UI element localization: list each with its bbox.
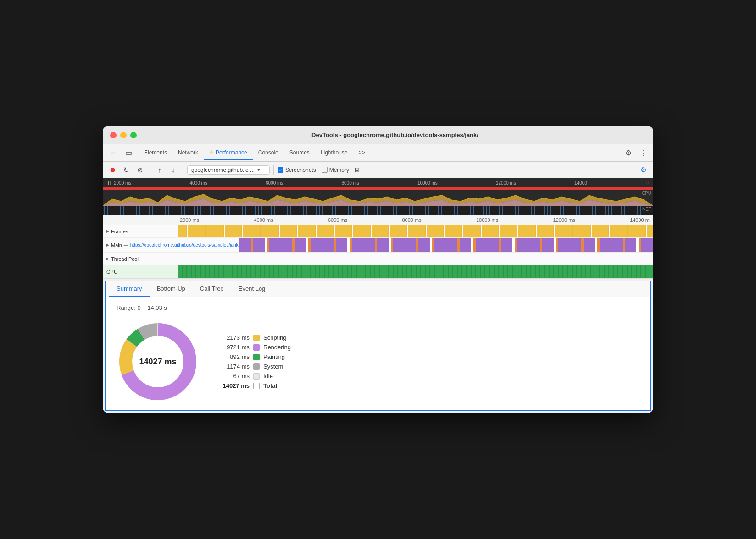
maximize-button[interactable] bbox=[130, 132, 137, 138]
idle-color bbox=[253, 373, 260, 380]
performance-toolbar: ⏺ ↻ ⊘ ↑ ↓ googlechrome.github.io ... ▼ ✓… bbox=[103, 162, 653, 178]
download-button[interactable]: ↓ bbox=[167, 164, 179, 176]
total-color bbox=[253, 383, 260, 389]
separator-2 bbox=[183, 165, 183, 175]
gpu-track: GPU bbox=[103, 265, 653, 278]
timeline-ruler-main: 2000 ms 4000 ms 6000 ms 8000 ms 10000 ms… bbox=[103, 215, 653, 225]
thread-pool-track: ▶ Thread Pool bbox=[103, 253, 653, 265]
frames-track: ▶ Frames bbox=[103, 225, 653, 238]
donut-svg bbox=[117, 320, 199, 403]
summary-legend: 2173 ms Scripting 9721 ms Rendering 892 … bbox=[217, 334, 291, 389]
legend-painting: 892 ms Painting bbox=[217, 353, 291, 360]
upload-button[interactable]: ↑ bbox=[154, 164, 166, 176]
warning-icon: ⚠ bbox=[209, 149, 214, 155]
devtools-icons: ⌖ ▭ bbox=[106, 147, 135, 160]
bottom-tab-bar: Summary Bottom-Up Call Tree Event Log bbox=[106, 281, 650, 297]
frames-bar bbox=[178, 225, 653, 237]
cpu-label: CPU bbox=[642, 191, 651, 196]
tab-lighthouse[interactable]: Lighthouse bbox=[315, 146, 353, 160]
summary-body: 14027 ms 2173 ms Scripting 9721 ms Rende… bbox=[117, 320, 639, 403]
title-bar: DevTools - googlechrome.github.io/devtoo… bbox=[103, 126, 653, 144]
rendering-color bbox=[253, 344, 260, 351]
screenshots-check-icon: ✓ bbox=[278, 167, 284, 173]
traffic-lights bbox=[110, 132, 137, 138]
window-title: DevTools - googlechrome.github.io/devtoo… bbox=[144, 132, 646, 138]
tab-event-log[interactable]: Event Log bbox=[231, 281, 273, 297]
device-icon[interactable]: ▭ bbox=[122, 147, 135, 160]
system-color bbox=[253, 363, 260, 370]
reload-button[interactable]: ↻ bbox=[120, 164, 132, 176]
tab-performance[interactable]: ⚠ Performance bbox=[204, 146, 253, 160]
tab-console[interactable]: Console bbox=[253, 146, 284, 160]
legend-rendering: 9721 ms Rendering bbox=[217, 344, 291, 351]
main-label: ▶ Main — https://googlechrome.github.io/… bbox=[105, 242, 239, 248]
tab-summary[interactable]: Summary bbox=[109, 281, 150, 297]
timeline-ruler-top: ⏸ 2000 ms 4000 ms 6000 ms 8000 ms 10000 … bbox=[103, 178, 653, 187]
pause-icon: ⏸ bbox=[106, 180, 112, 186]
thread-pool-arrow-icon: ▶ bbox=[106, 257, 109, 261]
tab-actions: ⚙ ⋮ bbox=[622, 147, 650, 160]
tab-sources[interactable]: Sources bbox=[284, 146, 315, 160]
net-graph bbox=[103, 206, 653, 215]
timeline-marks-top: 2000 ms 4000 ms 6000 ms 8000 ms 10000 ms… bbox=[114, 181, 650, 186]
url-display: googlechrome.github.io ... ▼ bbox=[187, 165, 270, 175]
performance-settings-icon[interactable]: ⚙ bbox=[638, 164, 650, 176]
thread-pool-label: ▶ Thread Pool bbox=[105, 256, 178, 262]
url-arrow-icon: ▼ bbox=[256, 167, 261, 172]
capture-icon[interactable]: 🖥 bbox=[351, 164, 363, 176]
memory-check-icon bbox=[322, 167, 328, 173]
cpu-track: CPU bbox=[103, 190, 653, 206]
gpu-bar bbox=[178, 265, 653, 278]
devtools-tab-bar: ⌖ ▭ Elements Network ⚠ Performance Conso… bbox=[103, 144, 653, 162]
cpu-graph bbox=[103, 190, 653, 206]
tab-call-tree[interactable]: Call Tree bbox=[193, 281, 231, 297]
net-track: NET bbox=[103, 206, 653, 215]
legend-idle: 67 ms Idle bbox=[217, 373, 291, 380]
timeline-overview[interactable]: ⏸ 2000 ms 4000 ms 6000 ms 8000 ms 10000 … bbox=[103, 178, 653, 215]
summary-panel: Range: 0 – 14.03 s bbox=[106, 297, 650, 410]
separator-3 bbox=[273, 165, 274, 175]
bottom-panel: Summary Bottom-Up Call Tree Event Log Ra… bbox=[105, 280, 651, 411]
tab-elements[interactable]: Elements bbox=[139, 146, 172, 160]
legend-total: 14027 ms Total bbox=[217, 382, 291, 389]
clear-button[interactable]: ⊘ bbox=[134, 164, 146, 176]
main-content bbox=[239, 238, 653, 252]
svg-point-6 bbox=[133, 336, 183, 387]
close-button[interactable] bbox=[110, 132, 117, 138]
main-track: ▶ Main — https://googlechrome.github.io/… bbox=[103, 238, 653, 253]
main-arrow-icon: ▶ bbox=[106, 243, 109, 247]
timeline-main: 2000 ms 4000 ms 6000 ms 8000 ms 10000 ms… bbox=[103, 215, 653, 279]
gpu-label: GPU bbox=[105, 269, 178, 275]
frames-label: ▶ Frames bbox=[105, 229, 178, 234]
frames-arrow-icon: ▶ bbox=[106, 229, 109, 233]
screenshots-checkbox[interactable]: ✓ Screenshots bbox=[278, 167, 316, 173]
memory-checkbox[interactable]: Memory bbox=[322, 167, 349, 173]
legend-system: 1174 ms System bbox=[217, 363, 291, 370]
tab-more[interactable]: >> bbox=[353, 146, 371, 160]
scripting-color bbox=[253, 335, 260, 341]
cursor-icon[interactable]: ⌖ bbox=[106, 147, 119, 160]
more-icon[interactable]: ⋮ bbox=[637, 147, 650, 160]
devtools-window: DevTools - googlechrome.github.io/devtoo… bbox=[103, 126, 653, 413]
minimize-button[interactable] bbox=[120, 132, 127, 138]
legend-scripting: 2173 ms Scripting bbox=[217, 334, 291, 341]
thread-pool-content bbox=[178, 253, 653, 265]
ruler-marks: 2000 ms 4000 ms 6000 ms 8000 ms 10000 ms… bbox=[180, 217, 650, 223]
range-display: Range: 0 – 14.03 s bbox=[117, 304, 639, 311]
separator-1 bbox=[150, 165, 150, 175]
gpu-content bbox=[178, 265, 653, 278]
frames-content bbox=[178, 225, 653, 237]
main-bar bbox=[239, 238, 653, 252]
settings-icon[interactable]: ⚙ bbox=[622, 147, 635, 160]
record-button[interactable]: ⏺ bbox=[106, 164, 118, 176]
donut-chart: 14027 ms bbox=[117, 320, 199, 403]
tab-bottom-up[interactable]: Bottom-Up bbox=[150, 281, 193, 297]
painting-color bbox=[253, 354, 260, 360]
tab-network[interactable]: Network bbox=[172, 146, 204, 160]
